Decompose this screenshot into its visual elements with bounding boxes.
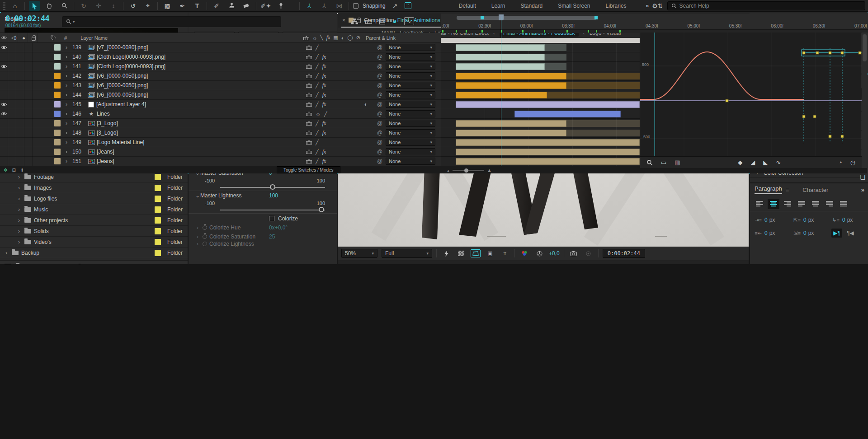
layer-duration-bar[interactable] [456, 54, 545, 61]
audio-toggle[interactable] [8, 128, 16, 138]
eye-toggle[interactable] [0, 138, 8, 147]
layer-color[interactable] [54, 44, 61, 51]
audio-toggle[interactable] [8, 157, 16, 166]
twirl-icon[interactable]: › [16, 239, 22, 245]
graph-scrollbar[interactable] [862, 33, 868, 168]
layer-row[interactable]: ›143[v6_[0000-0050].png]╱fx@None▾ [0, 81, 441, 90]
twirl-icon[interactable]: › [61, 120, 72, 126]
graph-auto-zoom-icon[interactable] [646, 159, 653, 166]
twirl-icon[interactable]: › [61, 111, 72, 117]
keyframe[interactable] [841, 135, 844, 138]
eye-toggle[interactable] [0, 109, 8, 119]
quality-icon[interactable]: ╱ [316, 64, 319, 70]
type-tool[interactable]: T [192, 1, 203, 11]
layer-color[interactable] [54, 92, 61, 98]
layer-color[interactable] [54, 120, 61, 126]
quality-icon[interactable]: ╱ [316, 140, 319, 145]
video-column-icon[interactable] [0, 33, 8, 42]
solo-toggle[interactable] [16, 147, 24, 157]
pick-whip-icon[interactable]: @ [374, 111, 386, 117]
fx-column-icon[interactable]: fx [326, 34, 330, 41]
shy-icon[interactable] [306, 93, 312, 97]
lightness-slider-track[interactable] [220, 210, 325, 210]
parent-dropdown[interactable]: None▾ [386, 148, 435, 155]
layer-duration-bar[interactable] [456, 82, 566, 89]
quality-icon[interactable]: ╱ [316, 73, 319, 79]
layer-duration-bar[interactable] [456, 63, 545, 70]
ease-in-icon[interactable]: ◢ [750, 159, 755, 166]
fx-icon[interactable]: fx [322, 92, 326, 98]
workspace-default[interactable]: Default [459, 3, 476, 9]
shy-icon[interactable] [306, 102, 312, 107]
pick-whip-icon[interactable]: @ [374, 54, 386, 60]
snapping-checkbox[interactable] [353, 3, 359, 9]
pick-whip-icon[interactable]: @ [374, 158, 386, 164]
eye-toggle[interactable] [0, 100, 8, 109]
shy-icon[interactable] [306, 121, 312, 126]
region-of-interest-icon[interactable] [471, 249, 481, 257]
layer-switches[interactable]: ╱fx [306, 82, 374, 89]
twirl-icon[interactable]: › [61, 101, 72, 107]
label-color[interactable] [155, 239, 161, 245]
timeline-lane[interactable] [441, 147, 640, 157]
timeline-lane[interactable] [441, 157, 640, 166]
lock-toggle[interactable] [24, 138, 33, 147]
orbit-camera-tool[interactable]: ↻ [78, 1, 89, 11]
ease-out-icon[interactable]: ◣ [763, 159, 768, 166]
lock-toggle[interactable] [24, 43, 33, 52]
label-color[interactable] [155, 250, 161, 256]
lock-toggle[interactable] [24, 62, 33, 71]
keyframe[interactable] [829, 135, 831, 138]
solo-column-icon[interactable]: ● [20, 33, 28, 42]
graph-editor-plot[interactable] [640, 33, 862, 156]
lock-toggle[interactable] [24, 81, 33, 90]
layer-color[interactable] [54, 54, 61, 60]
layer-color[interactable] [54, 130, 61, 136]
layer-switches[interactable]: ☼╱ [306, 111, 374, 117]
fast-preview-icon[interactable] [441, 249, 452, 258]
stopwatch-icon[interactable] [203, 234, 207, 239]
puppet-pin-tool[interactable] [275, 1, 286, 11]
solo-toggle[interactable] [16, 157, 24, 166]
layer-duration-bar[interactable] [456, 73, 566, 79]
twirl-closed-icon[interactable]: › [195, 224, 200, 231]
layer-switches[interactable]: ╱fx [306, 92, 374, 98]
bit-depth-label[interactable]: 16 bpc [38, 264, 53, 265]
fx-icon[interactable]: fx [322, 120, 326, 127]
solo-toggle[interactable] [16, 138, 24, 147]
audio-toggle[interactable] [8, 119, 16, 128]
shy-icon[interactable] [306, 45, 312, 50]
audio-toggle[interactable] [8, 147, 16, 157]
shape-tool[interactable]: ▩ [162, 1, 173, 11]
audio-toggle[interactable] [8, 81, 16, 90]
solo-toggle[interactable] [16, 52, 24, 62]
lock-toggle[interactable] [24, 71, 33, 81]
fx-icon[interactable]: fx [322, 130, 326, 136]
speed-graph-curve[interactable] [640, 52, 804, 99]
rotation-tool[interactable]: ↺ [127, 1, 138, 11]
layer-row[interactable]: ›148[3_Logo]╱fx@None▾ [0, 128, 441, 138]
layer-switches[interactable]: ╱fx [306, 73, 374, 79]
project-item[interactable]: ›Other projectsFolder [0, 215, 188, 226]
quality-icon[interactable]: ╱ [316, 83, 319, 89]
motion-blur-column-icon[interactable]: ◐ [341, 35, 344, 41]
quality-icon[interactable]: ╱ [316, 159, 319, 164]
more-panels-icon[interactable]: » [861, 187, 863, 193]
keyframe[interactable] [726, 99, 728, 102]
timeline-lane[interactable] [441, 43, 640, 52]
fx-icon[interactable]: fx [322, 54, 326, 61]
eye-toggle[interactable] [0, 90, 8, 100]
layer-row[interactable]: ›142[v6_[0000-0050].png]╱fx@None▾ [0, 71, 441, 81]
pick-whip-icon[interactable]: @ [374, 44, 386, 51]
resolution-select[interactable]: Full▾ [382, 249, 432, 258]
solo-toggle[interactable] [16, 71, 24, 81]
label-color[interactable] [155, 174, 161, 180]
layer-row[interactable]: ›146★Lines☼╱@None▾ [0, 109, 441, 119]
layer-color[interactable] [54, 101, 61, 107]
layer-name-column[interactable]: Layer Name [80, 35, 108, 41]
label-color[interactable] [155, 196, 161, 202]
frame-blend-column-icon[interactable]: ▦ [333, 35, 338, 41]
exposure-value[interactable]: +0,0 [549, 250, 560, 257]
eraser-tool[interactable] [241, 1, 252, 11]
tab-character[interactable]: Character [802, 187, 828, 193]
